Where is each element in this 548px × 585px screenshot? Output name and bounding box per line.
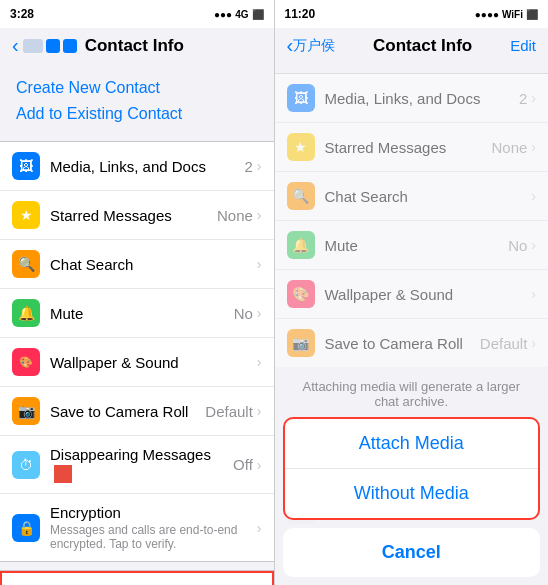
left-media-label: Media, Links, and Docs [50, 158, 244, 175]
left-back-avatars [23, 39, 77, 53]
left-camera-roll-chevron: › [257, 403, 262, 419]
left-items-list: 🖼 Media, Links, and Docs 2 › ★ Starred M… [0, 141, 274, 562]
left-item-mute[interactable]: 🔔 Mute No › [0, 289, 274, 338]
right-wallpaper-icon: 🎨 [287, 280, 315, 308]
right-item-wallpaper[interactable]: 🎨 Wallpaper & Sound › [275, 270, 549, 319]
right-item-starred[interactable]: ★ Starred Messages None › [275, 123, 549, 172]
right-media-label: Media, Links, and Docs [325, 90, 519, 107]
right-starred-chevron: › [531, 139, 536, 155]
left-back-arrow-icon: ‹ [12, 34, 19, 57]
right-nav-bar: ‹ 万户侯 Contact Info Edit [275, 28, 549, 65]
left-links-section: Create New Contact Add to Existing Conta… [0, 65, 274, 133]
left-encryption-chevron: › [257, 520, 262, 536]
left-panel: 3:28 ●●● 4G ⬛ ‹ Contact Info Create New … [0, 0, 274, 585]
left-encryption-label: Encryption [50, 504, 257, 521]
right-camera-roll-value: Default [480, 335, 528, 352]
starred-icon: ★ [12, 201, 40, 229]
right-starred-icon: ★ [287, 133, 315, 161]
right-item-media[interactable]: 🖼 Media, Links, and Docs 2 › [275, 74, 549, 123]
right-mute-value: No [508, 237, 527, 254]
left-item-media[interactable]: 🖼 Media, Links, and Docs 2 › [0, 142, 274, 191]
left-disappearing-wrapper: Disappearing Messages [50, 446, 233, 483]
left-time: 3:28 [10, 7, 34, 21]
left-starred-chevron: › [257, 207, 262, 223]
right-wallpaper-label: Wallpaper & Sound [325, 286, 532, 303]
left-encryption-subtext: Messages and calls are end-to-end encryp… [50, 523, 257, 551]
left-disappearing-chevron: › [257, 457, 262, 473]
create-new-contact-link[interactable]: Create New Contact [16, 75, 258, 101]
right-wallpaper-chevron: › [531, 286, 536, 302]
action-sheet-description: Attaching media will generate a larger c… [275, 367, 549, 417]
right-starred-label: Starred Messages [325, 139, 492, 156]
media-icon: 🖼 [12, 152, 40, 180]
left-content: Create New Contact Add to Existing Conta… [0, 65, 274, 585]
cancel-button[interactable]: Cancel [283, 528, 541, 577]
right-mute-icon: 🔔 [287, 231, 315, 259]
left-camera-roll-value: Default [205, 403, 253, 420]
left-item-chat-search[interactable]: 🔍 Chat Search › [0, 240, 274, 289]
wallpaper-icon: 🎨 [12, 348, 40, 376]
right-chat-search-chevron: › [531, 188, 536, 204]
right-item-chat-search[interactable]: 🔍 Chat Search › [275, 172, 549, 221]
right-media-chevron: › [531, 90, 536, 106]
export-chat-button[interactable]: Export Chat [0, 571, 274, 585]
left-encryption-wrapper: Encryption Messages and calls are end-to… [50, 504, 257, 551]
right-mute-label: Mute [325, 237, 509, 254]
left-mute-label: Mute [50, 305, 234, 322]
left-signal-icons: ●●● 4G ⬛ [214, 9, 263, 20]
left-disappearing-label: Disappearing Messages [50, 446, 211, 481]
disappearing-icon: ⏱ [12, 451, 40, 479]
right-time: 11:20 [285, 7, 316, 21]
camera-roll-icon: 📷 [12, 397, 40, 425]
left-starred-value: None [217, 207, 253, 224]
right-camera-roll-icon: 📷 [287, 329, 315, 357]
without-media-button[interactable]: Without Media [285, 469, 539, 518]
right-camera-roll-chevron: › [531, 335, 536, 351]
left-item-starred[interactable]: ★ Starred Messages None › [0, 191, 274, 240]
right-back-button[interactable]: ‹ 万户侯 [287, 34, 336, 57]
right-media-icon: 🖼 [287, 84, 315, 112]
left-camera-roll-label: Save to Camera Roll [50, 403, 205, 420]
encryption-icon: 🔒 [12, 514, 40, 542]
action-sheet: Attaching media will generate a larger c… [275, 367, 549, 585]
right-status-bar: 11:20 ●●●● WiFi ⬛ [275, 0, 549, 28]
left-nav-bar: ‹ Contact Info [0, 28, 274, 65]
left-item-disappearing[interactable]: ⏱ Disappearing Messages Off › [0, 436, 274, 494]
left-back-button[interactable]: ‹ [12, 34, 77, 57]
right-item-mute[interactable]: 🔔 Mute No › [275, 221, 549, 270]
right-mute-chevron: › [531, 237, 536, 253]
left-starred-label: Starred Messages [50, 207, 217, 224]
left-actions-section: Export Chat Clear Chat [0, 570, 274, 585]
left-chat-search-chevron: › [257, 256, 262, 272]
left-wallpaper-chevron: › [257, 354, 262, 370]
left-chat-search-label: Chat Search [50, 256, 257, 273]
right-edit-button[interactable]: Edit [510, 37, 536, 54]
right-camera-roll-label: Save to Camera Roll [325, 335, 480, 352]
left-disappearing-value: Off [233, 456, 253, 473]
add-to-existing-contact-link[interactable]: Add to Existing Contact [16, 101, 258, 127]
attach-media-button[interactable]: Attach Media [285, 419, 539, 469]
left-media-chevron: › [257, 158, 262, 174]
right-content: 🖼 Media, Links, and Docs 2 › ★ Starred M… [275, 65, 549, 585]
chat-search-icon: 🔍 [12, 250, 40, 278]
right-page-title: Contact Info [373, 36, 472, 56]
right-media-value: 2 [519, 90, 527, 107]
right-item-camera-roll[interactable]: 📷 Save to Camera Roll Default › [275, 319, 549, 368]
action-sheet-options: Attach Media Without Media [283, 417, 541, 520]
right-chat-search-icon: 🔍 [287, 182, 315, 210]
left-wallpaper-label: Wallpaper & Sound [50, 354, 257, 371]
left-mute-chevron: › [257, 305, 262, 321]
right-back-arrow-icon: ‹ [287, 34, 294, 57]
right-panel: 11:20 ●●●● WiFi ⬛ ‹ 万户侯 Contact Info Edi… [275, 0, 549, 585]
right-signal-icons: ●●●● WiFi ⬛ [475, 9, 538, 20]
left-page-title: Contact Info [85, 36, 184, 56]
left-item-encryption[interactable]: 🔒 Encryption Messages and calls are end-… [0, 494, 274, 561]
right-starred-value: None [491, 139, 527, 156]
mute-icon: 🔔 [12, 299, 40, 327]
left-status-bar: 3:28 ●●● 4G ⬛ [0, 0, 274, 28]
right-chat-search-label: Chat Search [325, 188, 532, 205]
left-item-camera-roll[interactable]: 📷 Save to Camera Roll Default › [0, 387, 274, 436]
left-item-wallpaper[interactable]: 🎨 Wallpaper & Sound › [0, 338, 274, 387]
right-back-label: 万户侯 [293, 37, 335, 55]
left-media-value: 2 [244, 158, 252, 175]
